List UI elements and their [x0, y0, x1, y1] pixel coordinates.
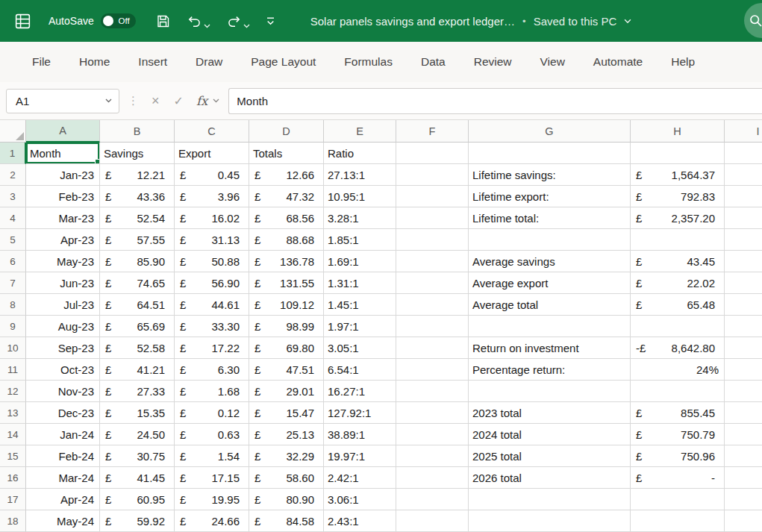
cell-C10[interactable]: £17.22 — [175, 337, 249, 359]
cell-B10[interactable]: £52.58 — [100, 337, 175, 359]
row-header-16[interactable]: 16 — [0, 467, 26, 489]
cell-H12[interactable] — [631, 381, 725, 402]
row-header-10[interactable]: 10 — [0, 337, 26, 359]
cell-I18[interactable] — [725, 510, 762, 532]
cell-D17[interactable]: £80.90 — [249, 489, 324, 510]
row-header-9[interactable]: 9 — [0, 316, 26, 337]
cell-G12[interactable] — [469, 381, 631, 402]
cell-I1[interactable] — [725, 143, 762, 164]
cell-C8[interactable]: £44.61 — [175, 294, 249, 316]
cell-B4[interactable]: £52.54 — [100, 207, 175, 229]
redo-dropdown-chevron-icon[interactable] — [243, 24, 250, 28]
cell-D13[interactable]: £15.47 — [249, 402, 324, 424]
row-header-13[interactable]: 13 — [0, 402, 26, 424]
row-header-6[interactable]: 6 — [0, 251, 26, 272]
excel-app-icon[interactable] — [13, 12, 32, 31]
cell-G18[interactable] — [469, 510, 631, 532]
cell-I14[interactable] — [725, 424, 762, 445]
cell-G2[interactable]: Lifetime savings: — [469, 164, 631, 186]
search-icon[interactable] — [744, 3, 762, 38]
cell-H5[interactable] — [631, 229, 725, 251]
cell-H4[interactable]: £2,357.20 — [631, 207, 725, 229]
cell-A17[interactable]: Apr-24 — [26, 489, 100, 510]
cell-F16[interactable] — [396, 467, 469, 489]
cell-I16[interactable] — [725, 467, 762, 489]
cell-B15[interactable]: £30.75 — [100, 445, 175, 467]
cell-C5[interactable]: £31.13 — [175, 229, 249, 251]
cell-D7[interactable]: £131.55 — [249, 272, 324, 294]
cell-E6[interactable]: 1.69:1 — [324, 251, 396, 272]
cell-G16[interactable]: 2026 total — [469, 467, 631, 489]
cell-H10[interactable]: -£8,642.80 — [631, 337, 725, 359]
cell-D1[interactable]: Totals — [249, 143, 324, 164]
cell-F17[interactable] — [396, 489, 469, 510]
cell-F15[interactable] — [396, 445, 469, 467]
vertical-dots-icon[interactable]: ⋮ — [128, 94, 139, 107]
customize-toolbar-button[interactable] — [265, 16, 276, 26]
cell-E10[interactable]: 3.05:1 — [324, 337, 396, 359]
cell-H13[interactable]: £855.45 — [631, 402, 725, 424]
cell-E13[interactable]: 127.92:1 — [324, 402, 396, 424]
cell-F4[interactable] — [396, 207, 469, 229]
cell-E11[interactable]: 6.54:1 — [324, 359, 396, 381]
cell-E4[interactable]: 3.28:1 — [324, 207, 396, 229]
cell-I11[interactable] — [725, 359, 762, 381]
cell-A14[interactable]: Jan-24 — [26, 424, 100, 445]
cell-I4[interactable] — [725, 207, 762, 229]
cell-D2[interactable]: £12.66 — [249, 164, 324, 186]
menu-tab-review[interactable]: Review — [460, 42, 526, 82]
cell-A7[interactable]: Jun-23 — [26, 272, 100, 294]
row-header-18[interactable]: 18 — [0, 510, 26, 532]
cell-A10[interactable]: Sep-23 — [26, 337, 100, 359]
cell-F5[interactable] — [396, 229, 469, 251]
cell-B2[interactable]: £12.21 — [100, 164, 175, 186]
cell-F8[interactable] — [396, 294, 469, 316]
saved-status-chevron-icon[interactable] — [624, 19, 631, 24]
cell-B11[interactable]: £41.21 — [100, 359, 175, 381]
cell-I8[interactable] — [725, 294, 762, 316]
fill-handle[interactable] — [95, 159, 100, 164]
cell-A16[interactable]: Mar-24 — [26, 467, 100, 489]
cell-E16[interactable]: 2.42:1 — [324, 467, 396, 489]
cell-H2[interactable]: £1,564.37 — [631, 164, 725, 186]
cell-B8[interactable]: £64.51 — [100, 294, 175, 316]
cell-E7[interactable]: 1.31:1 — [324, 272, 396, 294]
cell-E15[interactable]: 19.97:1 — [324, 445, 396, 467]
cell-D12[interactable]: £29.01 — [249, 381, 324, 402]
cell-E2[interactable]: 27.13:1 — [324, 164, 396, 186]
cancel-button[interactable]: × — [152, 93, 160, 109]
cell-B7[interactable]: £74.65 — [100, 272, 175, 294]
cell-F9[interactable] — [396, 316, 469, 337]
cell-A15[interactable]: Feb-24 — [26, 445, 100, 467]
cell-E8[interactable]: 1.45:1 — [324, 294, 396, 316]
cell-C1[interactable]: Export — [175, 143, 249, 164]
cell-H3[interactable]: £792.83 — [631, 186, 725, 207]
cell-D6[interactable]: £136.78 — [249, 251, 324, 272]
column-header-H[interactable]: H — [631, 120, 725, 143]
enter-button[interactable]: ✓ — [174, 94, 184, 108]
cell-A2[interactable]: Jan-23 — [26, 164, 100, 186]
cell-F14[interactable] — [396, 424, 469, 445]
row-header-5[interactable]: 5 — [0, 229, 26, 251]
cell-D18[interactable]: £84.58 — [249, 510, 324, 532]
cell-B9[interactable]: £65.69 — [100, 316, 175, 337]
cell-A9[interactable]: Aug-23 — [26, 316, 100, 337]
cell-A1[interactable]: Month — [26, 143, 100, 164]
cell-G14[interactable]: 2024 total — [469, 424, 631, 445]
cell-B16[interactable]: £41.45 — [100, 467, 175, 489]
select-all-button[interactable] — [0, 120, 26, 143]
column-header-E[interactable]: E — [324, 120, 396, 143]
cell-G9[interactable] — [469, 316, 631, 337]
cell-I9[interactable] — [725, 316, 762, 337]
row-header-11[interactable]: 11 — [0, 359, 26, 381]
cell-C18[interactable]: £24.66 — [175, 510, 249, 532]
cell-F11[interactable] — [396, 359, 469, 381]
menu-tab-page-layout[interactable]: Page Layout — [237, 42, 330, 82]
cell-A11[interactable]: Oct-23 — [26, 359, 100, 381]
name-box[interactable]: A1 — [6, 89, 119, 113]
cell-F3[interactable] — [396, 186, 469, 207]
cell-E3[interactable]: 10.95:1 — [324, 186, 396, 207]
cell-I15[interactable] — [725, 445, 762, 467]
cell-B18[interactable]: £59.92 — [100, 510, 175, 532]
cell-G11[interactable]: Percentage return: — [469, 359, 631, 381]
